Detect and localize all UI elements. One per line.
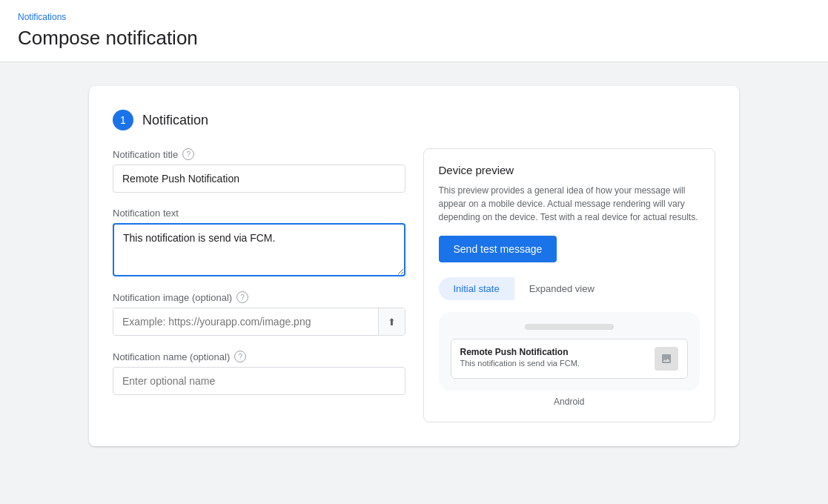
notification-image-upload-button[interactable]: ⬆ bbox=[378, 308, 405, 335]
two-col-layout: Notification title ? Notification text T… bbox=[113, 148, 715, 422]
main-content: 1 Notification Notification title ? Noti… bbox=[0, 62, 828, 470]
notification-text-group: Notification text This notification is s… bbox=[113, 208, 405, 276]
notification-name-input[interactable] bbox=[113, 367, 405, 395]
notification-image-placeholder-icon bbox=[655, 347, 678, 371]
notification-name-help-icon[interactable]: ? bbox=[234, 351, 246, 362]
section-header: 1 Notification bbox=[113, 110, 715, 130]
device-preview-card: Device preview This preview provides a g… bbox=[423, 148, 716, 422]
send-test-message-button[interactable]: Send test message bbox=[439, 236, 557, 262]
notification-name-group: Notification name (optional) ? bbox=[113, 351, 405, 395]
notification-image-label: Notification image (optional) ? bbox=[113, 291, 405, 303]
step-badge: 1 bbox=[113, 110, 133, 130]
device-preview-title: Device preview bbox=[439, 164, 701, 176]
page-title: Compose notification bbox=[18, 27, 810, 62]
notification-image-group: Notification image (optional) ? ⬆ bbox=[113, 291, 405, 336]
view-tabs: Initial state Expanded view bbox=[439, 277, 609, 300]
platform-label: Android bbox=[439, 397, 701, 407]
form-column: Notification title ? Notification text T… bbox=[113, 148, 405, 422]
notification-card-container: 1 Notification Notification title ? Noti… bbox=[89, 86, 739, 446]
breadcrumb[interactable]: Notifications bbox=[18, 12, 810, 22]
notification-text-label: Notification text bbox=[113, 208, 405, 219]
upload-icon: ⬆ bbox=[388, 316, 396, 328]
notification-image-input[interactable] bbox=[113, 308, 378, 335]
preview-column: Device preview This preview provides a g… bbox=[423, 148, 716, 422]
phone-top-row bbox=[451, 324, 689, 330]
notification-title-help-icon[interactable]: ? bbox=[182, 148, 194, 160]
preview-notification-title: Remote Push Notification bbox=[460, 347, 649, 357]
device-preview-description: This preview provides a general idea of … bbox=[439, 184, 701, 224]
tab-initial-state[interactable]: Initial state bbox=[439, 277, 514, 300]
preview-notification-body: This notification is send via FCM. bbox=[460, 359, 649, 368]
notification-name-label: Notification name (optional) ? bbox=[113, 351, 405, 362]
notification-text-input[interactable]: This notification is send via FCM. bbox=[113, 223, 405, 276]
notification-title-group: Notification title ? bbox=[113, 148, 405, 193]
section-title: Notification bbox=[142, 113, 208, 128]
phone-mockup: Remote Push Notification This notificati… bbox=[439, 312, 701, 391]
notification-title-label: Notification title ? bbox=[113, 148, 405, 160]
notification-text-block: Remote Push Notification This notificati… bbox=[460, 347, 649, 368]
tab-expanded-view[interactable]: Expanded view bbox=[514, 277, 609, 300]
notification-image-input-wrapper: ⬆ bbox=[113, 308, 405, 336]
phone-top-bar bbox=[525, 324, 614, 330]
notification-title-input[interactable] bbox=[113, 165, 405, 193]
notification-image-help-icon[interactable]: ? bbox=[236, 291, 248, 303]
page-header: Notifications Compose notification bbox=[0, 0, 828, 62]
preview-notification-card: Remote Push Notification This notificati… bbox=[451, 339, 689, 379]
